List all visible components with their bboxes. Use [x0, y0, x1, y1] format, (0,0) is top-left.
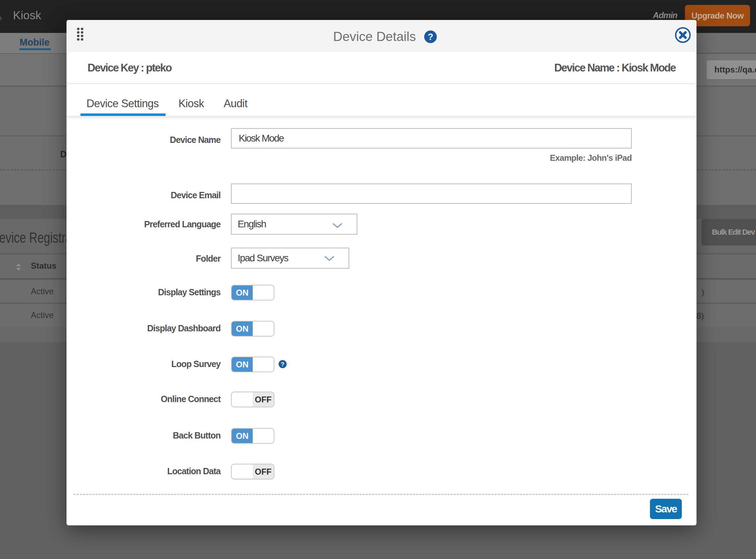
svg-text:?: ?: [281, 361, 284, 368]
svg-text:?: ?: [428, 31, 433, 42]
